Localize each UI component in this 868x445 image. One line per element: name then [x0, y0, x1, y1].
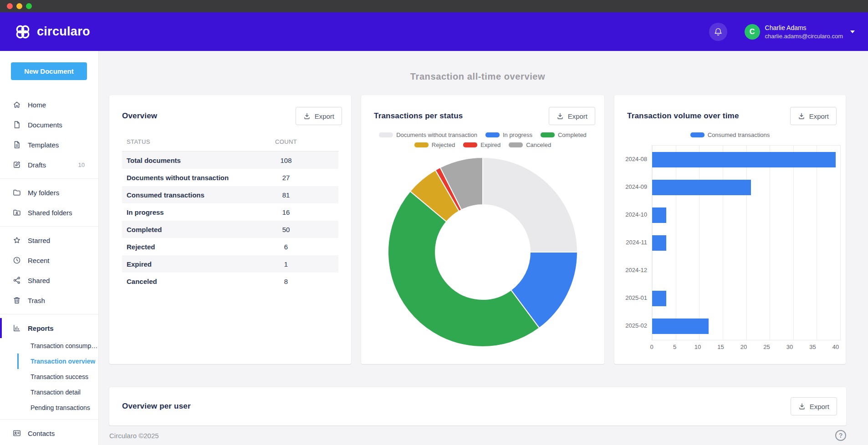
bar-2025-02	[652, 319, 709, 334]
x-tick-label: 10	[694, 344, 701, 350]
sidebar-item-shared[interactable]: Shared	[0, 270, 98, 290]
new-document-button[interactable]: New Document	[11, 62, 87, 80]
sidebar-item-templates[interactable]: Templates	[0, 135, 98, 155]
sidebar-item-documents[interactable]: Documents	[0, 115, 98, 135]
x-tick-label: 40	[832, 344, 839, 350]
zoom-button[interactable]	[26, 3, 32, 9]
sidebar-subitem-pending-transactions[interactable]: Pending transactions	[17, 400, 98, 415]
sidebar-item-label: Shared	[28, 277, 50, 284]
sidebar-item-my-folders[interactable]: My folders	[0, 182, 98, 202]
app-header: circularo C Charlie Adams charlie.adams@…	[0, 12, 868, 51]
cell-status: In progress	[127, 208, 238, 216]
trash-icon	[13, 296, 21, 304]
table-row: Consumed transactions81	[122, 186, 338, 203]
sidebar-divider	[0, 314, 98, 314]
star-icon	[13, 236, 21, 244]
col-status-header: STATUS	[127, 138, 238, 145]
legend-swatch	[509, 142, 523, 147]
sidebar-item-label: Templates	[28, 141, 59, 149]
legend-label: Rejected	[432, 142, 455, 148]
export-overview-button[interactable]: Export	[296, 107, 342, 125]
sidebar-divider	[0, 226, 98, 227]
cell-count: 6	[238, 243, 334, 251]
sidebar-subitem-transaction-detail[interactable]: Transaction detail	[17, 384, 98, 400]
legend-swatch	[485, 132, 500, 137]
legend-label: Documents without transaction	[396, 131, 477, 138]
sidebar-item-recent[interactable]: Recent	[0, 250, 98, 270]
sidebar-item-home[interactable]: Home	[0, 95, 98, 115]
cell-status: Documents without transaction	[127, 174, 238, 182]
shared-folder-icon	[13, 208, 21, 217]
sidebar-item-label: Drafts	[28, 161, 46, 169]
bar-2024-08	[652, 152, 836, 167]
user-menu[interactable]: C Charlie Adams charlie.adams@circularo.…	[745, 24, 855, 40]
sidebar-item-label: Pending transactions	[31, 404, 90, 411]
legend-label: Expired	[480, 142, 500, 148]
share-icon	[13, 276, 21, 284]
bar-row	[652, 312, 840, 340]
footer-copyright: Circularo ©2025	[109, 432, 159, 440]
bar-row	[652, 257, 840, 284]
legend-swatch	[414, 142, 429, 147]
legend-item-consumed-transactions[interactable]: Consumed transactions	[690, 131, 770, 138]
legend-label: In progress	[503, 131, 532, 138]
legend-item-completed[interactable]: Completed	[541, 131, 587, 138]
user-email: charlie.adams@circularo.com	[765, 33, 843, 40]
export-status-button[interactable]: Export	[549, 107, 595, 125]
close-button[interactable]	[7, 3, 13, 9]
overview-table: STATUS COUNT Total documents108Documents…	[122, 132, 338, 290]
sidebar-item-contacts[interactable]: Contacts	[0, 423, 98, 443]
cell-count: 16	[238, 208, 334, 216]
logo-text: circularo	[37, 25, 90, 39]
x-tick-label: 0	[650, 344, 653, 350]
y-tick-label: 2024-12	[614, 256, 652, 284]
sidebar-subitem-transaction-consumpt[interactable]: Transaction consumpt…	[17, 338, 98, 354]
y-tick-label: 2024-08	[614, 145, 652, 173]
logo-icon	[14, 23, 32, 41]
download-icon	[798, 403, 806, 410]
cell-count: 81	[238, 191, 334, 199]
legend-item-rejected[interactable]: Rejected	[414, 142, 455, 148]
legend-item-documents-without-transaction[interactable]: Documents without transaction	[379, 131, 477, 138]
notifications-button[interactable]	[709, 23, 727, 41]
sidebar-item-reports[interactable]: Reports	[0, 318, 98, 338]
home-icon	[13, 101, 21, 109]
help-icon[interactable]: ?	[835, 430, 846, 441]
sidebar-item-starred[interactable]: Starred	[0, 230, 98, 250]
app-window: circularo C Charlie Adams charlie.adams@…	[0, 0, 868, 445]
overview-card: Overview Export STATUS COUNT	[109, 95, 351, 364]
sidebar-item-label: Transaction detail	[31, 389, 81, 396]
export-label: Export	[315, 112, 334, 120]
legend-row: RejectedExpiredCanceled	[361, 142, 604, 148]
clock-icon	[13, 256, 21, 264]
legend-item-canceled[interactable]: Canceled	[509, 142, 551, 148]
sidebar-item-shared-folders[interactable]: Shared folders	[0, 202, 98, 222]
y-tick-label: 2025-02	[614, 312, 652, 339]
export-label: Export	[810, 403, 829, 410]
user-name: Charlie Adams	[765, 24, 843, 31]
sidebar-item-drafts[interactable]: Drafts10	[0, 155, 98, 175]
cell-count: 108	[238, 157, 334, 164]
sidebar-item-label: Transaction success	[31, 373, 88, 380]
sidebar-item-trash[interactable]: Trash	[0, 290, 98, 310]
legend-item-in-progress[interactable]: In progress	[485, 131, 532, 138]
status-donut-svg	[386, 156, 579, 349]
template-icon	[13, 141, 21, 149]
minimize-button[interactable]	[16, 3, 22, 9]
sidebar-divider	[0, 419, 98, 420]
chevron-down-icon[interactable]	[850, 30, 855, 34]
bar-2024-10	[652, 207, 666, 223]
legend-item-expired[interactable]: Expired	[463, 142, 500, 148]
sidebar-item-label: Reports	[28, 324, 54, 332]
legend-label: Canceled	[526, 142, 551, 148]
volume-bar-chart: 2024-082024-092024-102024-112024-122025-…	[614, 138, 846, 352]
table-row: Expired1	[122, 255, 338, 273]
circularo-logo[interactable]: circularo	[14, 23, 90, 41]
sidebar-subitem-transaction-success[interactable]: Transaction success	[17, 369, 98, 384]
export-per-user-button[interactable]: Export	[791, 397, 837, 415]
x-tick-label: 15	[717, 344, 724, 350]
cards-row: Overview Export STATUS COUNT	[109, 95, 846, 364]
sidebar-subitem-transaction-overview[interactable]: Transaction overview	[17, 354, 98, 369]
sidebar-item-label: Transaction overview	[31, 358, 95, 365]
export-volume-button[interactable]: Export	[790, 107, 837, 125]
